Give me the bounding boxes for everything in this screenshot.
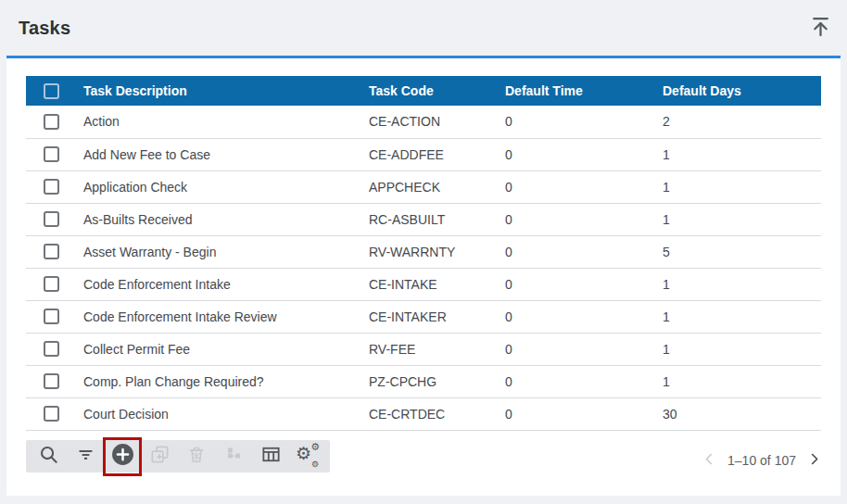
pagination: 1–10 of 107 xyxy=(702,445,821,477)
copy-icon xyxy=(149,444,171,468)
table-row[interactable]: Application Check APPCHECK 0 1 xyxy=(26,170,821,203)
search-icon xyxy=(38,444,59,468)
cell-task-description: Comp. Plan Change Required? xyxy=(83,365,369,397)
cell-task-code: RV-FEE xyxy=(369,333,505,365)
add-task-button[interactable] xyxy=(104,440,141,472)
table-row[interactable]: Court Decision CE-CRTDEC 0 30 xyxy=(26,397,821,430)
cell-default-time: 0 xyxy=(505,203,663,235)
table-body: Action CE-ACTION 0 2 Add New Fee to Case… xyxy=(26,106,821,430)
table-row[interactable]: Code Enforcement Intake CE-INTAKE 0 1 xyxy=(26,268,821,300)
table-row[interactable]: Asset Warranty - Begin RV-WARRNTY 0 5 xyxy=(26,235,821,268)
cell-default-time: 0 xyxy=(505,138,663,170)
cell-default-days: 1 xyxy=(663,268,821,300)
filter-icon xyxy=(76,445,95,467)
row-checkbox[interactable] xyxy=(44,146,59,162)
cell-task-description: Asset Warranty - Begin xyxy=(83,235,369,268)
cell-task-code: CE-INTAKER xyxy=(369,300,505,333)
row-checkbox[interactable] xyxy=(44,406,59,422)
row-checkbox[interactable] xyxy=(44,309,59,324)
delete-icon xyxy=(186,445,207,468)
copy-button[interactable] xyxy=(141,440,178,472)
cell-default-time: 0 xyxy=(505,170,663,203)
column-header-default-time: Default Time xyxy=(505,76,663,106)
cell-task-code: PZ-CPCHG xyxy=(369,365,505,397)
cell-task-description: As-Builts Received xyxy=(83,203,369,235)
row-checkbox[interactable] xyxy=(44,114,59,130)
cell-default-days: 2 xyxy=(663,106,821,138)
cell-default-days: 1 xyxy=(663,138,821,170)
row-checkbox[interactable] xyxy=(44,179,59,195)
table-row[interactable]: Action CE-ACTION 0 2 xyxy=(26,106,821,138)
cell-task-description: Collect Permit Fee xyxy=(83,333,369,365)
delete-button[interactable] xyxy=(178,440,215,472)
cell-default-time: 0 xyxy=(505,300,663,333)
cell-default-days: 1 xyxy=(663,203,821,235)
pagination-range-label: 1–10 of 107 xyxy=(727,453,796,468)
page-title: Tasks xyxy=(19,18,70,39)
cell-task-description: Court Decision xyxy=(83,397,369,430)
grid-settings-button[interactable]: ⚙⚙⚙ xyxy=(289,440,326,472)
table-row[interactable]: Code Enforcement Intake Review CE-INTAKE… xyxy=(26,300,821,333)
cell-task-code: CE-INTAKE xyxy=(369,268,505,300)
settings-icon: ⚙⚙⚙ xyxy=(296,444,320,468)
assign-button[interactable] xyxy=(215,440,252,472)
cell-default-time: 0 xyxy=(505,397,663,430)
next-page-button[interactable] xyxy=(807,452,821,469)
cell-default-days: 5 xyxy=(663,235,821,268)
row-checkbox[interactable] xyxy=(44,211,59,227)
cell-task-code: RC-ASBUILT xyxy=(369,203,505,235)
collapse-top-icon xyxy=(808,14,833,42)
table-row[interactable]: Add New Fee to Case CE-ADDFEE 0 1 xyxy=(26,138,821,170)
cell-default-time: 0 xyxy=(505,268,663,300)
row-checkbox[interactable] xyxy=(44,373,59,389)
tasks-table: Task Description Task Code Default Time … xyxy=(26,76,821,431)
table-row[interactable]: Comp. Plan Change Required? PZ-CPCHG 0 1 xyxy=(26,365,821,397)
search-button[interactable] xyxy=(30,440,67,472)
assign-icon xyxy=(224,445,244,467)
cell-task-description: Add New Fee to Case xyxy=(83,138,369,170)
cell-task-description: Code Enforcement Intake Review xyxy=(83,300,369,333)
row-checkbox[interactable] xyxy=(44,244,59,259)
grid-columns-icon xyxy=(260,444,282,468)
row-checkbox[interactable] xyxy=(44,276,59,292)
cell-task-description: Application Check xyxy=(83,170,369,203)
collapse-panel-button[interactable] xyxy=(804,12,836,44)
cell-task-code: CE-ADDFEE xyxy=(369,138,505,170)
cell-default-time: 0 xyxy=(505,365,663,397)
cell-task-code: APPCHECK xyxy=(369,170,505,203)
table-row[interactable]: As-Builts Received RC-ASBUILT 0 1 xyxy=(26,203,821,235)
column-header-task-code: Task Code xyxy=(369,76,505,106)
cell-task-description: Action xyxy=(83,106,369,138)
cell-default-days: 1 xyxy=(663,365,821,397)
cell-default-time: 0 xyxy=(505,235,663,268)
column-header-task-description: Task Description xyxy=(83,76,369,106)
page-bottom-margin xyxy=(0,496,847,504)
grid-columns-button[interactable] xyxy=(252,440,289,472)
table-header-row: Task Description Task Code Default Time … xyxy=(26,76,821,106)
chevron-right-icon xyxy=(807,452,821,469)
column-header-default-days: Default Days xyxy=(663,76,821,106)
add-icon xyxy=(111,443,134,469)
previous-page-button xyxy=(702,452,716,469)
cell-task-code: CE-CRTDEC xyxy=(369,397,505,430)
cell-default-time: 0 xyxy=(505,333,663,365)
chevron-left-icon xyxy=(702,452,716,469)
cell-default-time: 0 xyxy=(505,106,663,138)
tasks-panel: Task Description Task Code Default Time … xyxy=(6,56,841,496)
cell-default-days: 30 xyxy=(663,397,821,430)
cell-task-description: Code Enforcement Intake xyxy=(83,268,369,300)
table-row[interactable]: Collect Permit Fee RV-FEE 0 1 xyxy=(26,333,821,365)
grid-toolbar: ⚙⚙⚙ xyxy=(26,440,330,472)
cell-default-days: 1 xyxy=(663,333,821,365)
cell-task-code: CE-ACTION xyxy=(369,106,505,138)
cell-default-days: 1 xyxy=(663,300,821,333)
filter-button[interactable] xyxy=(67,440,104,472)
cell-task-code: RV-WARRNTY xyxy=(369,235,505,268)
page-header: Tasks xyxy=(0,0,847,56)
row-checkbox[interactable] xyxy=(44,341,59,357)
select-all-checkbox[interactable] xyxy=(44,83,59,99)
grid-footer: ⚙⚙⚙ 1–10 of 107 xyxy=(26,440,821,477)
cell-default-days: 1 xyxy=(663,170,821,203)
